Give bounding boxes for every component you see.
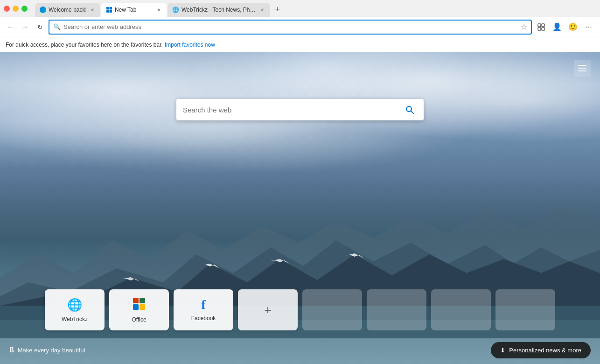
- tab-welcome-icon: [40, 7, 46, 13]
- shortcut-add[interactable]: +: [238, 289, 298, 330]
- office-label: Office: [132, 316, 146, 323]
- tab-welcome-close[interactable]: ✕: [89, 7, 96, 13]
- search-submit-button[interactable]: [402, 102, 417, 117]
- favorites-bar: For quick access, place your favorites h…: [0, 37, 600, 52]
- tab-webtrickz-label: WebTrickz - Tech News, Phone...: [181, 7, 257, 13]
- shortcut-webtrickz[interactable]: 🌐 WebTrickz: [45, 289, 105, 330]
- shortcuts-row: 🌐 WebTrickz Office f Facebook +: [45, 289, 555, 330]
- minimize-button[interactable]: [13, 6, 19, 12]
- menu-line-2: [578, 68, 586, 69]
- collections-button[interactable]: [534, 20, 549, 35]
- svg-rect-0: [106, 7, 109, 10]
- tab-webtrickz-close[interactable]: ✕: [259, 7, 265, 13]
- svg-rect-21: [133, 304, 139, 310]
- toolbar-right: 👤 🙂 ···: [534, 20, 596, 35]
- bing-logo-icon: ß: [9, 346, 14, 354]
- svg-rect-3: [110, 10, 112, 13]
- tab-newtab[interactable]: New Tab ✕: [101, 3, 167, 17]
- svg-rect-5: [542, 24, 544, 27]
- menu-overlay-button[interactable]: [574, 60, 591, 77]
- forward-button[interactable]: →: [19, 21, 32, 34]
- bing-brand-text: Make every day beautiful: [18, 347, 85, 354]
- personalized-news-button[interactable]: ⬇ Personalized news & more: [491, 342, 591, 358]
- search-icon-address: 🔍: [53, 23, 61, 30]
- news-btn-label: Personalized news & more: [509, 347, 581, 354]
- tabs-bar: Welcome back! ✕ New Tab ✕ 🌐 WebTrickz - …: [35, 0, 596, 17]
- main-content: 🌐 WebTrickz Office f Facebook +: [0, 52, 600, 364]
- svg-rect-6: [538, 28, 541, 30]
- ghost-tile-4[interactable]: [495, 289, 555, 330]
- shortcut-office[interactable]: Office: [109, 289, 169, 330]
- ghost-tile-2[interactable]: [367, 289, 426, 330]
- search-input[interactable]: [183, 106, 398, 114]
- svg-rect-20: [140, 298, 145, 303]
- tab-webtrickz[interactable]: 🌐 WebTrickz - Tech News, Phone... ✕: [167, 3, 270, 17]
- favorites-star-button[interactable]: ☆: [521, 22, 527, 31]
- search-box-container: [176, 99, 424, 120]
- svg-rect-2: [106, 10, 109, 13]
- tab-webtrickz-icon: 🌐: [172, 7, 179, 13]
- window-controls: [4, 6, 31, 12]
- favorites-message: For quick access, place your favorites h…: [6, 42, 163, 48]
- bottom-bar: ß Make every day beautiful ⬇ Personalize…: [0, 336, 600, 364]
- address-input-wrap: 🔍 ☆: [49, 20, 532, 35]
- new-tab-button[interactable]: +: [271, 3, 284, 16]
- tab-welcome[interactable]: Welcome back! ✕: [35, 3, 100, 17]
- emoji-button[interactable]: 🙂: [565, 20, 580, 35]
- import-favorites-link[interactable]: Import favorites now: [165, 42, 215, 48]
- webtrickz-icon: 🌐: [67, 298, 82, 312]
- title-bar: Welcome back! ✕ New Tab ✕ 🌐 WebTrickz - …: [0, 0, 600, 17]
- menu-line-3: [578, 70, 586, 71]
- close-button[interactable]: [4, 6, 10, 12]
- menu-line-1: [578, 65, 586, 66]
- svg-line-18: [411, 111, 414, 114]
- profile-button[interactable]: 👤: [550, 20, 565, 35]
- tab-welcome-label: Welcome back!: [49, 7, 87, 13]
- bing-brand: ß Make every day beautiful: [9, 346, 85, 354]
- office-icon: [132, 297, 146, 313]
- svg-rect-19: [133, 298, 139, 303]
- settings-more-button[interactable]: ···: [581, 20, 596, 35]
- svg-rect-1: [110, 7, 112, 10]
- svg-rect-4: [538, 24, 541, 27]
- tab-newtab-close[interactable]: ✕: [155, 7, 162, 13]
- tab-newtab-label: New Tab: [115, 7, 153, 13]
- down-arrow-icon: ⬇: [500, 347, 505, 354]
- facebook-icon: f: [201, 298, 205, 311]
- refresh-button[interactable]: ↻: [34, 21, 47, 34]
- shortcut-facebook[interactable]: f Facebook: [174, 289, 233, 330]
- ghost-tile-1[interactable]: [302, 289, 362, 330]
- add-icon: +: [264, 304, 271, 316]
- maximize-button[interactable]: [21, 6, 28, 12]
- address-input[interactable]: [63, 23, 518, 30]
- facebook-label: Facebook: [191, 315, 216, 322]
- ghost-tile-3[interactable]: [431, 289, 491, 330]
- svg-rect-22: [140, 304, 145, 310]
- tab-newtab-icon: [106, 7, 112, 13]
- svg-rect-7: [542, 28, 544, 30]
- back-button[interactable]: ←: [4, 21, 17, 34]
- webtrickz-label: WebTrickz: [62, 316, 88, 322]
- search-box: [176, 99, 424, 120]
- address-bar-row: ← → ↻ 🔍 ☆ 👤 🙂 ···: [0, 17, 600, 37]
